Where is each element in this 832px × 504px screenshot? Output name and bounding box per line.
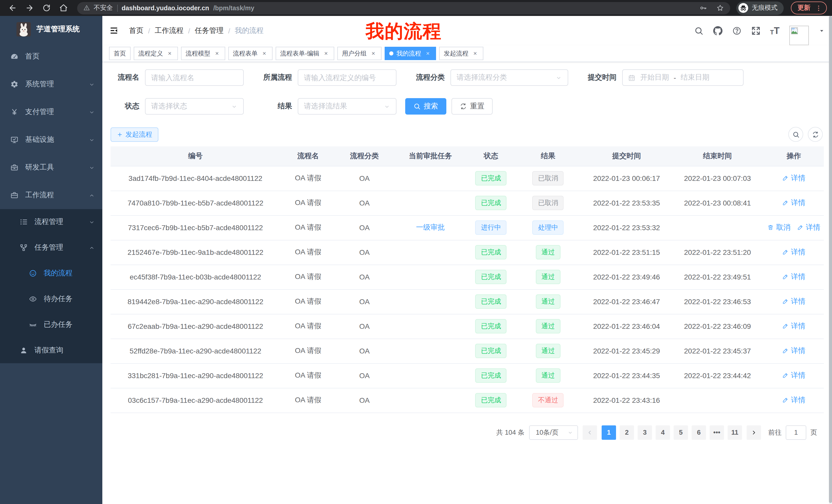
process-def-label: 所属流程 xyxy=(256,73,292,82)
tab-流程定义[interactable]: 流程定义× xyxy=(134,47,178,60)
sidebar-item-待办任务[interactable]: 待办任务 xyxy=(0,286,102,312)
font-size-icon[interactable]: TT xyxy=(770,26,780,35)
close-icon[interactable]: × xyxy=(471,50,479,57)
detail-link[interactable]: 详情 xyxy=(782,371,805,380)
chevron-down-icon[interactable] xyxy=(818,27,825,34)
detail-link[interactable]: 详情 xyxy=(782,396,805,405)
detail-link[interactable]: 详情 xyxy=(782,297,805,306)
process-def-input[interactable] xyxy=(298,69,396,86)
close-icon[interactable]: × xyxy=(166,50,173,57)
org-tree-icon xyxy=(20,244,28,252)
detail-link[interactable]: 详情 xyxy=(782,321,805,331)
bookmark-star-icon[interactable] xyxy=(716,4,724,12)
detail-link[interactable]: 详情 xyxy=(782,198,805,207)
sidebar-item-研发工具[interactable]: 研发工具 xyxy=(0,153,102,181)
sidebar-item-系统管理[interactable]: 系统管理 xyxy=(0,71,102,98)
category-select[interactable]: 请选择流程分类 xyxy=(450,69,568,86)
reset-button[interactable]: 重置 xyxy=(451,98,493,115)
tab-流程表单[interactable]: 流程表单× xyxy=(228,47,272,60)
breadcrumb-item-task[interactable]: 任务管理 xyxy=(195,26,224,35)
fullscreen-icon[interactable] xyxy=(751,26,760,35)
reload-icon[interactable] xyxy=(42,4,51,12)
cell-end-time: 2022-01-22 23:46:09 xyxy=(671,314,764,339)
cell-process-id: 7317cec6-7b9b-11ec-b5b7-acde48001122 xyxy=(110,215,280,240)
home-icon[interactable] xyxy=(59,4,68,12)
avatar[interactable] xyxy=(789,25,809,45)
tab-流程模型[interactable]: 流程模型× xyxy=(181,47,225,60)
github-icon[interactable] xyxy=(713,26,722,35)
detail-link[interactable]: 详情 xyxy=(782,346,805,356)
back-icon[interactable] xyxy=(8,4,17,12)
date-range-picker[interactable]: 开始日期 - 结束日期 xyxy=(622,69,744,86)
update-button[interactable]: 更新 xyxy=(791,2,827,15)
cell-process-id: ec45f38f-7b9a-11ec-b03b-acde48001122 xyxy=(110,264,280,289)
address-bar[interactable]: 不安全 dashboard.yudao.iocoder.cn/bpm/task/… xyxy=(77,2,730,14)
table-search-button[interactable] xyxy=(788,127,803,142)
create-process-button[interactable]: 发起流程 xyxy=(110,127,158,142)
sidebar-item-我的流程[interactable]: 我的流程 xyxy=(0,260,102,286)
detail-link[interactable]: 详情 xyxy=(797,223,820,232)
result-select[interactable]: 请选择流结果 xyxy=(298,98,396,115)
page-button-11[interactable]: 11 xyxy=(728,425,742,440)
page-button-5[interactable]: 5 xyxy=(674,425,688,440)
breadcrumb-item-workflow[interactable]: 工作流程 xyxy=(155,26,184,35)
detail-link[interactable]: 详情 xyxy=(782,272,805,282)
page-button-3[interactable]: 3 xyxy=(638,425,652,440)
sidebar-logo[interactable]: 芋道管理系统 xyxy=(0,16,102,43)
page-ellipsis[interactable]: ••• xyxy=(710,425,724,440)
sidebar-item-已办任务[interactable]: 已办任务 xyxy=(0,312,102,338)
page-scrollbar[interactable] xyxy=(829,16,832,504)
tab-首页[interactable]: 首页 xyxy=(109,47,131,60)
sidebar-item-基础设施[interactable]: 基础设施 xyxy=(0,126,102,153)
next-page-button[interactable] xyxy=(747,425,761,440)
page-button-2[interactable]: 2 xyxy=(620,425,634,440)
process-name-input[interactable] xyxy=(145,69,244,86)
prev-page-button[interactable] xyxy=(582,425,597,440)
page-button-6[interactable]: 6 xyxy=(692,425,706,440)
filter-row-1: 流程名 所属流程 流程分类 请选择流程分类 提交时间 开始日期 - 结束日期 xyxy=(110,69,824,86)
close-icon[interactable]: × xyxy=(213,50,220,57)
cell-category: OA xyxy=(336,215,393,240)
goto-page-input[interactable] xyxy=(786,425,806,440)
help-icon[interactable] xyxy=(732,26,741,35)
scrollbar-thumb[interactable] xyxy=(829,16,832,503)
search-button[interactable]: 搜索 xyxy=(405,98,446,115)
sidebar-item-任务管理[interactable]: 任务管理 xyxy=(0,235,102,260)
forward-icon[interactable] xyxy=(25,4,34,12)
status-badge: 通过 xyxy=(536,245,561,259)
close-icon[interactable]: × xyxy=(261,50,268,57)
breadcrumb-separator: / xyxy=(188,26,190,35)
sidebar-collapse-icon[interactable] xyxy=(109,26,118,35)
close-icon[interactable]: × xyxy=(322,50,330,57)
page-size-select[interactable]: 10条/页 xyxy=(529,425,578,440)
detail-link[interactable]: 详情 xyxy=(782,248,805,257)
sidebar-item-流程管理[interactable]: 流程管理 xyxy=(0,209,102,235)
security-chip[interactable]: 不安全 xyxy=(83,4,113,12)
sidebar-item-支付管理[interactable]: 支付管理 xyxy=(0,98,102,126)
close-icon[interactable]: × xyxy=(424,50,432,57)
chevron-down-icon xyxy=(88,109,95,115)
detail-link[interactable]: 详情 xyxy=(782,174,805,183)
tab-流程表单-编辑[interactable]: 流程表单-编辑× xyxy=(276,47,334,60)
browser-menu-icon[interactable] xyxy=(815,4,822,11)
breadcrumb-item-home[interactable]: 首页 xyxy=(129,26,144,35)
search-icon[interactable] xyxy=(694,26,703,35)
cell-current-task xyxy=(393,388,468,413)
sidebar-item-首页[interactable]: 首页 xyxy=(0,43,102,71)
key-icon[interactable] xyxy=(699,4,707,12)
current-task-link[interactable]: 一级审批 xyxy=(416,223,445,231)
tab-发起流程[interactable]: 发起流程× xyxy=(439,47,483,60)
tab-我的流程[interactable]: 我的流程× xyxy=(385,47,436,60)
cell-status: 已完成 xyxy=(468,339,514,363)
cell-submit-time: 2022-01-22 23:51:15 xyxy=(582,240,671,264)
page-button-1[interactable]: 1 xyxy=(602,425,616,440)
cancel-link[interactable]: 取消 xyxy=(767,223,790,232)
tab-用户分组[interactable]: 用户分组× xyxy=(337,47,382,60)
status-select[interactable]: 请选择状态 xyxy=(145,98,244,115)
sidebar-item-工作流程[interactable]: 工作流程 xyxy=(0,181,102,209)
table-refresh-button[interactable] xyxy=(808,127,823,142)
close-icon[interactable]: × xyxy=(370,50,377,57)
page-button-4[interactable]: 4 xyxy=(656,425,670,440)
sidebar-item-请假查询[interactable]: 请假查询 xyxy=(0,338,102,363)
dashboard-icon xyxy=(10,52,19,61)
